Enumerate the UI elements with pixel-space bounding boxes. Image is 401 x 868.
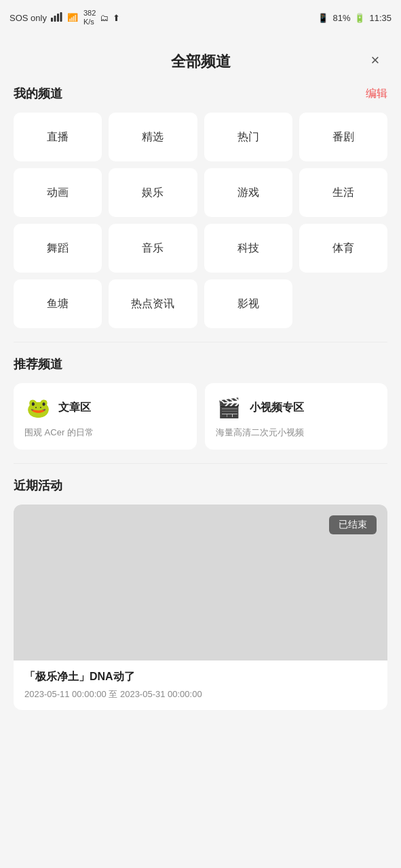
svg-rect-2 <box>57 14 59 22</box>
svg-rect-3 <box>60 12 62 22</box>
status-right: 📱 81% 🔋 11:35 <box>318 13 392 23</box>
svg-text:📶: 📶 <box>67 12 79 22</box>
wifi-icon: 📶 <box>67 12 79 24</box>
rec-title: 文章区 <box>58 401 91 415</box>
recent-activities-header: 近期活动 <box>14 477 387 494</box>
channel-item[interactable]: 番剧 <box>299 113 387 161</box>
main-content: 全部频道 × 我的频道 编辑 直播精选热门番剧动画娱乐游戏生活舞蹈音乐科技体育鱼… <box>0 35 401 868</box>
status-bar: SOS only 📶 382 K/s 🗂 ⬆ 📱 81% 🔋 11:35 <box>0 0 401 35</box>
upload-icon: ⬆ <box>113 13 120 23</box>
divider-2 <box>14 463 387 464</box>
my-channels-title: 我的频道 <box>14 85 62 102</box>
activity-badge: 已结束 <box>329 515 377 534</box>
my-channels-header: 我的频道 编辑 <box>14 85 387 102</box>
channel-item[interactable]: 动画 <box>14 168 102 217</box>
channel-item[interactable]: 娱乐 <box>109 168 197 217</box>
channel-item[interactable]: 鱼塘 <box>14 279 102 328</box>
recent-activities-section: 近期活动 已结束 「极乐净土」DNA动了 2023-05-11 00:00:00… <box>0 477 401 724</box>
page-title: 全部频道 <box>171 52 231 72</box>
divider-1 <box>14 342 387 342</box>
battery-percent: 81% <box>332 13 350 23</box>
storage-icon: 🗂 <box>100 13 109 23</box>
channel-item[interactable]: 生活 <box>299 168 387 217</box>
phone-icon: 📱 <box>318 13 328 23</box>
rec-desc: 海量高清二次元小视频 <box>216 427 377 439</box>
page-header: 全部频道 × <box>0 35 401 85</box>
recommended-title: 推荐频道 <box>14 356 62 372</box>
recent-activities-title: 近期活动 <box>14 477 62 494</box>
clock: 11:35 <box>369 13 392 23</box>
svg-rect-0 <box>51 18 53 22</box>
channel-item[interactable]: 游戏 <box>204 168 292 217</box>
recommended-card[interactable]: 🎬 小视频专区 海量高清二次元小视频 <box>205 383 388 450</box>
recommended-header: 推荐频道 <box>14 356 387 372</box>
recommended-section: 推荐频道 🐸 文章区 围观 ACer 的日常 🎬 小视频专区 海量高清二次元小视… <box>0 356 401 463</box>
speed-text: 382 K/s <box>83 9 96 26</box>
rec-icon: 🐸 <box>24 394 52 421</box>
channel-item[interactable]: 精选 <box>109 113 197 161</box>
rec-card-header: 🐸 文章区 <box>24 394 186 421</box>
activity-date: 2023-05-11 00:00:00 至 2023-05-31 00:00:0… <box>24 688 377 701</box>
rec-card-header: 🎬 小视频专区 <box>216 394 377 421</box>
battery-icon: 🔋 <box>354 13 365 23</box>
activity-card[interactable]: 已结束 「极乐净土」DNA动了 2023-05-11 00:00:00 至 20… <box>14 505 387 710</box>
activity-image: 已结束 <box>14 505 387 660</box>
channel-item[interactable]: 体育 <box>299 224 387 273</box>
rec-icon: 🎬 <box>216 394 243 421</box>
activity-info: 「极乐净土」DNA动了 2023-05-11 00:00:00 至 2023-0… <box>14 660 387 710</box>
channel-item[interactable]: 热门 <box>204 113 292 161</box>
rec-desc: 围观 ACer 的日常 <box>24 427 186 439</box>
channel-item[interactable]: 音乐 <box>109 224 197 273</box>
channel-item[interactable]: 热点资讯 <box>109 279 197 328</box>
status-left: SOS only 📶 382 K/s 🗂 ⬆ <box>9 9 120 26</box>
rec-title: 小视频专区 <box>250 401 304 415</box>
channel-item[interactable]: 科技 <box>204 224 292 273</box>
activity-title: 「极乐净土」DNA动了 <box>24 670 377 684</box>
channel-item[interactable]: 舞蹈 <box>14 224 102 273</box>
channel-grid: 直播精选热门番剧动画娱乐游戏生活舞蹈音乐科技体育鱼塘热点资讯影视 <box>14 113 387 328</box>
activity-list: 已结束 「极乐净土」DNA动了 2023-05-11 00:00:00 至 20… <box>14 505 387 710</box>
recommended-card[interactable]: 🐸 文章区 围观 ACer 的日常 <box>14 383 197 450</box>
edit-button[interactable]: 编辑 <box>366 87 387 101</box>
close-button[interactable]: × <box>363 48 387 73</box>
my-channels-section: 我的频道 编辑 直播精选热门番剧动画娱乐游戏生活舞蹈音乐科技体育鱼塘热点资讯影视 <box>0 85 401 342</box>
signal-icon <box>51 12 63 24</box>
sos-text: SOS only <box>9 13 47 23</box>
channel-item[interactable]: 直播 <box>14 113 102 161</box>
svg-rect-1 <box>54 16 56 22</box>
recommended-grid: 🐸 文章区 围观 ACer 的日常 🎬 小视频专区 海量高清二次元小视频 <box>14 383 387 450</box>
channel-item[interactable]: 影视 <box>204 279 292 328</box>
